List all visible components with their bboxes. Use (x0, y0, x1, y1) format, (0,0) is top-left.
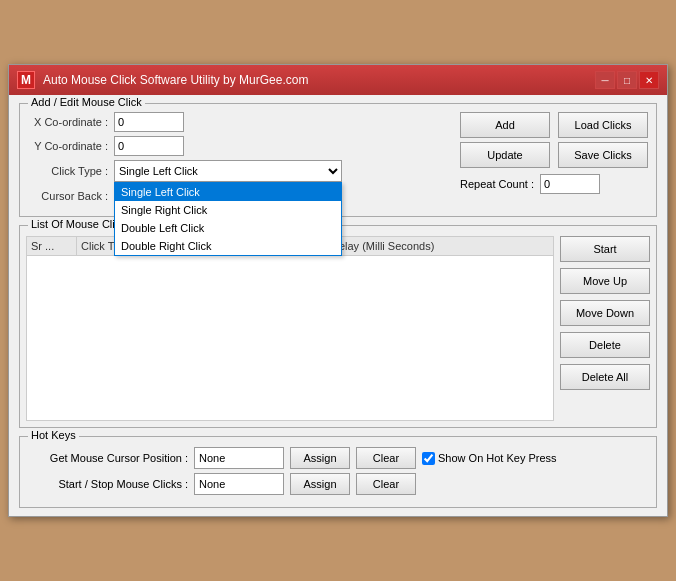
table-body (27, 256, 553, 416)
x-input[interactable] (114, 112, 184, 132)
cursor-back-label: Cursor Back : (28, 190, 108, 202)
window-title: Auto Mouse Click Software Utility by Mur… (43, 73, 308, 87)
add-edit-group: Add / Edit Mouse Click X Co-ordinate : Y… (19, 103, 657, 217)
x-label: X Co-ordinate : (28, 116, 108, 128)
add-button[interactable]: Add (460, 112, 550, 138)
top-right-buttons: Add Load Clicks Update Save Clicks Repea… (460, 112, 648, 208)
top-buttons-row1: Add Load Clicks (460, 112, 648, 138)
show-on-hotkey-label[interactable]: Show On Hot Key Press (422, 452, 557, 465)
get-position-assign-button[interactable]: Assign (290, 447, 350, 469)
top-section: X Co-ordinate : Y Co-ordinate : Click Ty… (28, 112, 648, 208)
dropdown-item-single-right[interactable]: Single Right Click (115, 201, 341, 219)
window-controls: ─ □ ✕ (595, 71, 659, 89)
main-window: M Auto Mouse Click Software Utility by M… (8, 64, 668, 517)
col-sr: Sr ... (27, 237, 77, 255)
click-type-select[interactable]: Single Left Click Single Right Click Dou… (114, 160, 342, 182)
title-bar: M Auto Mouse Click Software Utility by M… (9, 65, 667, 95)
repeat-row: Repeat Count : (460, 174, 648, 194)
hotkeys-title: Hot Keys (28, 429, 79, 441)
get-position-row: Get Mouse Cursor Position : Assign Clear… (28, 447, 648, 469)
minimize-button[interactable]: ─ (595, 71, 615, 89)
update-button[interactable]: Update (460, 142, 550, 168)
maximize-button[interactable]: □ (617, 71, 637, 89)
delete-all-button[interactable]: Delete All (560, 364, 650, 390)
repeat-input[interactable] (540, 174, 600, 194)
top-buttons-row2: Update Save Clicks (460, 142, 648, 168)
dropdown-item-single-left[interactable]: Single Left Click (115, 183, 341, 201)
list-side-buttons: Start Move Up Move Down Delete Delete Al… (560, 236, 650, 421)
click-type-dropdown-list: Single Left Click Single Right Click Dou… (114, 182, 342, 256)
move-up-button[interactable]: Move Up (560, 268, 650, 294)
click-type-dropdown-wrapper: Single Left Click Single Right Click Dou… (114, 160, 342, 182)
save-clicks-button[interactable]: Save Clicks (558, 142, 648, 168)
dropdown-item-double-left[interactable]: Double Left Click (115, 219, 341, 237)
close-button[interactable]: ✕ (639, 71, 659, 89)
app-icon: M (17, 71, 35, 89)
form-fields: X Co-ordinate : Y Co-ordinate : Click Ty… (28, 112, 452, 208)
get-position-input[interactable] (194, 447, 284, 469)
show-on-hotkey-text: Show On Hot Key Press (438, 452, 557, 464)
col-delay: Delay (Milli Seconds) (327, 237, 553, 255)
y-input[interactable] (114, 136, 184, 156)
move-down-button[interactable]: Move Down (560, 300, 650, 326)
content-area: Add / Edit Mouse Click X Co-ordinate : Y… (9, 95, 667, 516)
get-position-label: Get Mouse Cursor Position : (28, 452, 188, 464)
start-stop-row: Start / Stop Mouse Clicks : Assign Clear (28, 473, 648, 495)
y-label: Y Co-ordinate : (28, 140, 108, 152)
click-type-label: Click Type : (28, 165, 108, 177)
start-stop-assign-button[interactable]: Assign (290, 473, 350, 495)
start-stop-clear-button[interactable]: Clear (356, 473, 416, 495)
delete-button[interactable]: Delete (560, 332, 650, 358)
get-position-clear-button[interactable]: Clear (356, 447, 416, 469)
hotkeys-section: Hot Keys Get Mouse Cursor Position : Ass… (19, 436, 657, 508)
show-on-hotkey-checkbox[interactable] (422, 452, 435, 465)
click-type-row: Click Type : Single Left Click Single Ri… (28, 160, 452, 182)
start-stop-input[interactable] (194, 473, 284, 495)
load-clicks-button[interactable]: Load Clicks (558, 112, 648, 138)
x-row: X Co-ordinate : (28, 112, 452, 132)
add-edit-title: Add / Edit Mouse Click (28, 96, 145, 108)
y-row: Y Co-ordinate : (28, 136, 452, 156)
dropdown-item-double-right[interactable]: Double Right Click (115, 237, 341, 255)
start-button[interactable]: Start (560, 236, 650, 262)
list-table[interactable]: Sr ... Click Type X Y Cursor Back Delay … (26, 236, 554, 421)
table-area: Sr ... Click Type X Y Cursor Back Delay … (20, 226, 656, 427)
repeat-label: Repeat Count : (460, 178, 534, 190)
start-stop-label: Start / Stop Mouse Clicks : (28, 478, 188, 490)
